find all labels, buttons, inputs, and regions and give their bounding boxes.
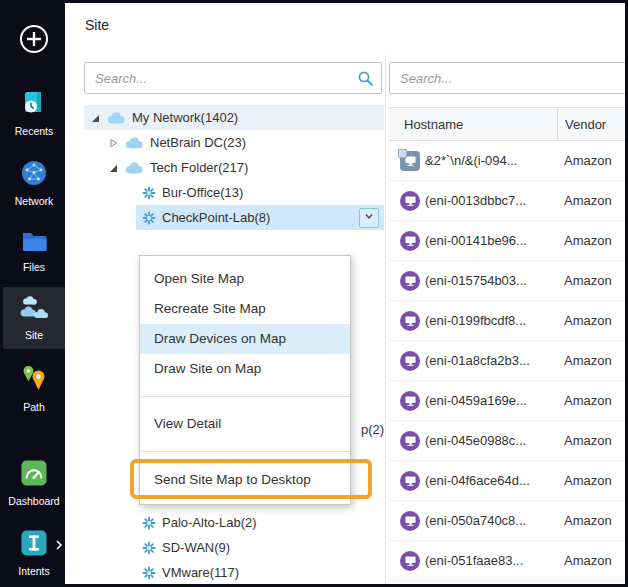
table-row[interactable]: (eni-00141be96... Amazon [389, 221, 625, 261]
recents-icon [20, 89, 48, 121]
table-row[interactable]: (eni-0199fbcdf8... Amazon [389, 301, 625, 341]
sidebar-item-site[interactable]: Site [3, 287, 65, 349]
panel-divider[interactable] [385, 55, 386, 584]
tree-search-box [84, 62, 382, 94]
table-row[interactable]: (eni-0459a169e... Amazon [389, 381, 625, 421]
tree-node-my-network[interactable]: My Network(1402) [84, 105, 384, 130]
gauge-icon [20, 459, 48, 491]
table-row[interactable]: (eni-01a8cfa2b3... Amazon [389, 341, 625, 381]
tree-node-bur-office[interactable]: Bur-Office(13) [84, 180, 384, 205]
cloud-icon [124, 161, 144, 174]
site-icon [142, 186, 156, 200]
sidebar-item-recents[interactable]: Recents [3, 81, 65, 145]
sidebar-item-files[interactable]: Files [3, 221, 65, 281]
table-search-input[interactable] [390, 63, 625, 93]
hostname-cell: (eni-0459a169e... [425, 393, 564, 408]
tree-node-partial[interactable]: p(2) [361, 422, 384, 437]
vendor-cell: Amazon [564, 513, 612, 528]
menu-item-open-site-map[interactable]: Open Site Map [140, 264, 350, 294]
table-row[interactable]: (eni-050a740c8... Amazon [389, 501, 625, 541]
table-row[interactable]: (eni-0013dbbc7... Amazon [389, 181, 625, 221]
hostname-cell: (eni-045e0988c... [425, 433, 564, 448]
map-pin-icon [20, 363, 48, 397]
table-row[interactable]: (eni-04f6ace64d... Amazon [389, 461, 625, 501]
sidebar-item-dashboard[interactable]: Dashboard [3, 451, 65, 515]
menu-item-draw-devices-on-map[interactable]: Draw Devices on Map [140, 324, 350, 354]
menu-item-send-site-map-to-desktop[interactable]: Send Site Map to Desktop [140, 464, 350, 496]
device-icon [389, 151, 425, 171]
context-menu: Open Site Map Recreate Site Map Draw Dev… [139, 255, 351, 505]
tree-node-vmware[interactable]: VMware(117) [84, 560, 384, 584]
column-header-hostname[interactable]: Hostname [389, 117, 557, 132]
sidebar-item-label: Path [23, 401, 45, 414]
menu-item-draw-site-on-map[interactable]: Draw Site on Map [140, 354, 350, 384]
sidebar-item-label: Site [25, 329, 43, 342]
collapse-arrow-icon[interactable] [108, 163, 120, 173]
device-icon [389, 231, 425, 251]
vendor-cell: Amazon [564, 473, 612, 488]
device-icon [389, 391, 425, 411]
tree-node-label: NetBrain DC(23) [150, 135, 246, 150]
sidebar-item-label: Network [15, 195, 54, 208]
device-icon [389, 191, 425, 211]
table-search-box [389, 62, 625, 94]
cloud-icon [106, 111, 126, 124]
hostname-cell: (eni-01a8cfa2b3... [425, 353, 564, 368]
table-row[interactable]: (eni-045e0988c... Amazon [389, 421, 625, 461]
site-icon [142, 566, 156, 580]
tree-node-label: CheckPoint-Lab(8) [162, 210, 270, 225]
vendor-cell: Amazon [564, 233, 612, 248]
device-icon [389, 271, 425, 291]
menu-separator [140, 451, 350, 452]
tree-node-palo-alto-lab[interactable]: Palo-Alto-Lab(2) [84, 510, 384, 535]
vendor-cell: Amazon [564, 153, 612, 168]
intents-icon [20, 529, 48, 561]
add-button[interactable] [18, 23, 50, 55]
table-row[interactable]: &2*`\n/&(i-094... Amazon [389, 141, 625, 181]
menu-item-view-detail[interactable]: View Detail [140, 409, 350, 439]
app-frame: Recents Network Files Site Path [0, 0, 628, 587]
hostname-cell: &2*`\n/&(i-094... [425, 153, 564, 168]
tree-search-input[interactable] [85, 63, 381, 93]
page-title: Site [85, 17, 109, 33]
device-icon [389, 471, 425, 491]
vendor-cell: Amazon [564, 313, 612, 328]
sidebar-item-network[interactable]: Network [3, 151, 65, 215]
clouds-icon [18, 295, 50, 325]
table-body: &2*`\n/&(i-094... Amazon (eni-0013dbbc7.… [389, 141, 625, 584]
sidebar-item-label: Recents [15, 125, 54, 138]
column-header-vendor[interactable]: Vendor [557, 108, 606, 140]
table-row[interactable]: (eni-015754b03... Amazon [389, 261, 625, 301]
sidebar-item-intents[interactable]: Intents [3, 521, 65, 585]
tree-node-label: Bur-Office(13) [162, 185, 243, 200]
device-icon [389, 511, 425, 531]
menu-item-label: Send Site Map to Desktop [154, 472, 311, 487]
table-header: Hostname Vendor [389, 107, 625, 141]
expand-arrow-icon[interactable] [108, 138, 120, 148]
vendor-cell: Amazon [564, 393, 612, 408]
search-icon[interactable] [357, 70, 374, 91]
tree-node-label: SD-WAN(9) [162, 540, 230, 555]
tree-node-tech-folder[interactable]: Tech Folder(217) [84, 155, 384, 180]
app-sidebar: Recents Network Files Site Path [3, 3, 65, 584]
tree-node-sd-wan[interactable]: SD-WAN(9) [84, 535, 384, 560]
expand-chevron-icon[interactable] [55, 537, 63, 555]
tree-node-netbrain-dc[interactable]: NetBrain DC(23) [84, 130, 384, 155]
hostname-cell: (eni-04f6ace64d... [425, 473, 564, 488]
tree-node-checkpoint-lab[interactable]: CheckPoint-Lab(8) [84, 205, 384, 230]
main-area: Site My Network(1402) NetBrain DC(23) [65, 3, 625, 584]
device-icon [389, 551, 425, 571]
node-menu-dropdown-button[interactable] [359, 208, 379, 228]
sidebar-item-label: Intents [18, 565, 50, 578]
vendor-cell: Amazon [564, 553, 612, 568]
collapse-arrow-icon[interactable] [90, 113, 102, 123]
sidebar-item-path[interactable]: Path [3, 355, 65, 421]
device-icon [389, 311, 425, 331]
tree-node-label: Tech Folder(217) [150, 160, 248, 175]
chevron-down-icon [363, 210, 375, 225]
tree-node-label: Palo-Alto-Lab(2) [162, 515, 257, 530]
sidebar-item-label: Files [23, 261, 45, 274]
site-icon [142, 211, 156, 225]
menu-item-recreate-site-map[interactable]: Recreate Site Map [140, 294, 350, 324]
table-row[interactable]: (eni-051faae83... Amazon [389, 541, 625, 581]
